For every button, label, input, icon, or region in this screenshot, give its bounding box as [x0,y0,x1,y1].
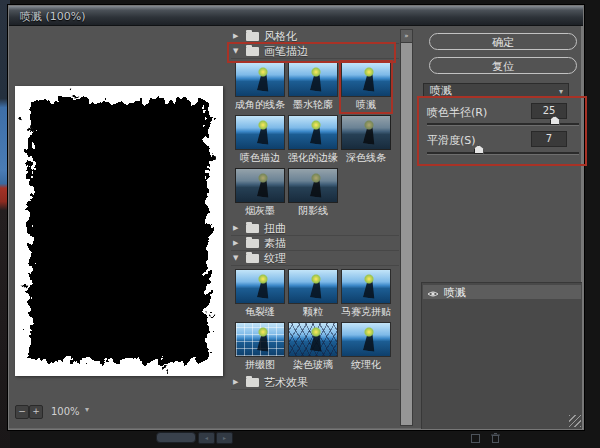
thumbnail-label: 强化的边缘 [288,151,338,165]
folder-label: 扭曲 [264,221,286,236]
filter-thumbnail[interactable]: 成角的线条 [235,62,285,112]
thumbnail-image [288,322,338,357]
smoothness-slider[interactable] [427,152,579,155]
folder-icon [246,239,259,248]
folder-label: 素描 [264,236,286,251]
resize-grip[interactable] [569,415,581,427]
thumbnail-label: 拼缀图 [235,358,285,372]
filter-thumbnail-grid: 成角的线条墨水轮廓喷溅喷色描边强化的边缘深色线条烟灰墨阴影线 [231,59,399,221]
effect-layer-name: 喷溅 [444,285,466,300]
folder-label: 纹理 [264,251,286,266]
filter-folder[interactable]: ▶风格化 [231,29,399,44]
zoom-level-value[interactable]: 100% [51,406,80,417]
chevron-collapsed-icon: ▶ [233,224,241,232]
thumbnail-image [235,322,285,357]
thumbnail-label: 纹理化 [341,358,391,372]
thumbnail-label: 颗粒 [288,305,338,319]
filter-select[interactable]: 喷溅 ▾ [423,83,569,98]
thumbnail-label: 染色玻璃 [288,358,338,372]
smoothness-label: 平滑度(S) [427,133,476,148]
background-scroll-right-icon[interactable]: ▸ [216,432,233,444]
chevron-down-icon: ▾ [559,85,563,99]
zoom-out-button[interactable]: − [15,405,29,419]
chevron-collapsed-icon: ▶ [233,32,241,40]
thumbnail-label: 阴影线 [288,204,338,218]
thumbnail-image [235,269,285,304]
thumbnail-image [288,269,338,304]
thumbnail-image [235,168,285,203]
filter-thumbnail[interactable]: 染色玻璃 [288,322,338,372]
thumbnail-image [288,115,338,150]
folder-label: 风格化 [264,29,297,44]
effect-layer-row[interactable]: 喷溅 [423,285,581,299]
chevron-collapsed-icon: ▶ [233,239,241,247]
folder-icon [246,254,259,263]
thumbnail-label: 烟灰墨 [235,204,285,218]
filter-folder[interactable]: ▶扭曲 [231,221,399,236]
thumbnail-image [341,62,391,97]
filter-list-scrollbar[interactable]: » [400,29,413,426]
dialog-title: 喷溅 (100%) [20,9,86,24]
collapse-panel-icon[interactable]: » [401,30,412,43]
filter-thumbnail[interactable]: 颗粒 [288,269,338,319]
filter-folder[interactable]: ▼纹理 [231,251,399,266]
thumbnail-image [288,168,338,203]
folder-icon [246,378,259,387]
folder-label: 艺术效果 [264,375,308,390]
filter-thumbnail-grid: 龟裂缝颗粒马赛克拼贴拼缀图染色玻璃纹理化 [231,266,399,375]
filter-thumbnail[interactable]: 墨水轮廓 [288,62,338,112]
dialog-titlebar[interactable]: 喷溅 (100%) [9,6,583,26]
chevron-collapsed-icon: ▶ [233,378,241,386]
thumbnail-image [341,322,391,357]
filter-thumbnail[interactable]: 龟裂缝 [235,269,285,319]
thumbnail-image [235,62,285,97]
spray-radius-slider[interactable] [427,123,579,126]
filter-thumbnail[interactable]: 强化的边缘 [288,115,338,165]
filter-thumbnail[interactable]: 阴影线 [288,168,338,218]
folder-icon [246,224,259,233]
new-effect-layer-icon[interactable] [470,429,481,448]
background-hscrollbar-thumb[interactable] [156,432,196,443]
thumbnail-label: 马赛克拼贴 [341,305,391,319]
filter-thumbnail[interactable]: 拼缀图 [235,322,285,372]
chevron-expanded-icon: ▼ [233,254,241,262]
folder-icon [246,32,259,41]
thumbnail-label: 成角的线条 [235,98,285,112]
thumbnail-image [235,115,285,150]
reset-button[interactable]: 复位 [429,57,577,74]
effect-layers-panel: 喷溅 [421,282,582,429]
filter-select-value: 喷溅 [430,84,452,97]
background-scroll-left-icon[interactable]: ◂ [198,432,215,444]
filter-thumbnail[interactable]: 烟灰墨 [235,168,285,218]
spray-radius-label: 喷色半径(R) [427,105,487,120]
ok-button[interactable]: 确定 [429,33,577,50]
thumbnail-label: 墨水轮廓 [288,98,338,112]
filter-folder[interactable]: ▼画笔描边 [231,44,399,59]
folder-label: 画笔描边 [264,44,308,59]
screen: ◂ ▸ 喷溅 (100%) [0,0,600,448]
filter-gallery-dialog: 喷溅 (100%) − + [8,5,584,430]
filter-thumbnail[interactable]: 马赛克拼贴 [341,269,391,319]
filter-thumbnail[interactable]: 喷色描边 [235,115,285,165]
trash-icon[interactable] [490,429,501,448]
filter-thumbnail[interactable]: 深色线条 [341,115,391,165]
filter-folder[interactable]: ▶素描 [231,236,399,251]
filter-thumbnail[interactable]: 纹理化 [341,322,391,372]
zoom-in-button[interactable]: + [29,405,43,419]
spray-radius-value[interactable]: 25 [531,103,567,119]
smoothness-value[interactable]: 7 [531,131,567,147]
filter-thumbnail[interactable]: 喷溅 [341,62,391,112]
filter-folder[interactable]: ▶艺术效果 [231,375,399,390]
thumbnail-label: 喷色描边 [235,151,285,165]
filter-preview-image [15,86,223,376]
zoom-dropdown-chevron-icon[interactable]: ▾ [85,405,89,414]
folder-icon [246,47,259,56]
visibility-eye-icon[interactable] [427,283,439,302]
filter-category-list: ▶风格化▼画笔描边成角的线条墨水轮廓喷溅喷色描边强化的边缘深色线条烟灰墨阴影线▶… [231,29,399,390]
thumbnail-image [341,269,391,304]
thumbnail-image [341,115,391,150]
thumbnail-label: 喷溅 [341,98,391,112]
thumbnail-image [288,62,338,97]
thumbnail-label: 龟裂缝 [235,305,285,319]
thumbnail-label: 深色线条 [341,151,391,165]
